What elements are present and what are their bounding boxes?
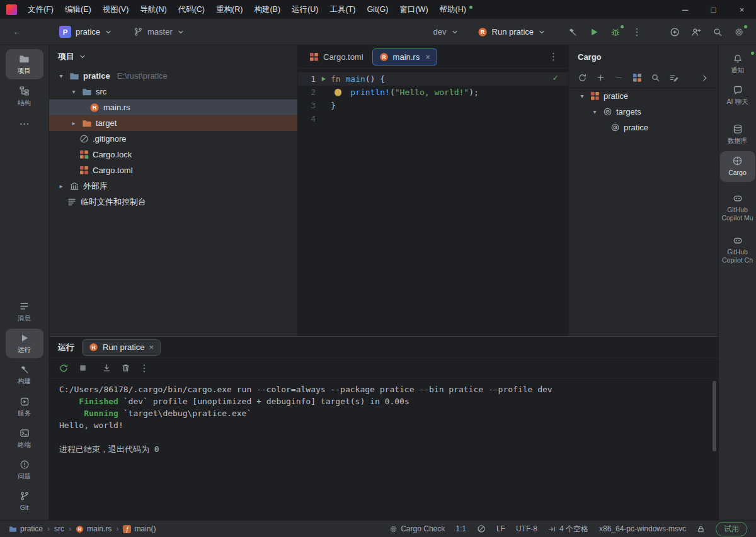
tree-item-main-rs[interactable]: R main.rs [49, 99, 297, 115]
chevron-right-icon[interactable]: ▸ [69, 120, 78, 127]
sidebar-item-run[interactable]: 运行 [6, 329, 43, 358]
sidebar-item-project[interactable]: 项目 [6, 49, 43, 79]
tree-item-scratches[interactable]: 临时文件和控制台 [49, 194, 297, 210]
menu-window[interactable]: 窗口(W) [394, 1, 433, 18]
run-gutter-icon[interactable] [316, 76, 331, 82]
chevron-right-icon[interactable] [697, 71, 713, 86]
maximize-button[interactable]: □ [699, 0, 728, 19]
menu-file[interactable]: 文件(F) [22, 1, 59, 18]
tree-item-gitignore[interactable]: .gitignore [49, 131, 297, 147]
toolchain-widget[interactable]: x86_64-pc-windows-msvc [599, 524, 686, 533]
cargo-tree-item-pratice[interactable]: ▾ pratice [569, 88, 718, 104]
code-editor[interactable]: ✓ 1 fn main() { 2 println!("Hello, world… [298, 69, 568, 336]
sidebar-item-terminal[interactable]: 终端 [6, 424, 43, 453]
menu-edit[interactable]: 编辑(E) [59, 1, 97, 18]
menu-refactor[interactable]: 重构(R) [210, 1, 248, 18]
tab-cargo-toml[interactable]: Cargo.toml [303, 48, 370, 65]
run-button[interactable] [585, 23, 604, 42]
menu-build[interactable]: 构建(B) [248, 1, 286, 18]
sidebar-item-messages[interactable]: 消息 [6, 297, 43, 327]
project-panel-header[interactable]: 项目 [49, 45, 297, 68]
profile-selector[interactable]: dev [428, 23, 464, 42]
menu-navigate[interactable]: 导航(N) [134, 1, 172, 18]
breadcrumb-item[interactable]: pratice [20, 524, 43, 533]
chevron-down-icon[interactable]: ▾ [578, 93, 587, 99]
build-button[interactable] [563, 23, 582, 42]
clear-console-button[interactable] [117, 361, 134, 376]
cargo-tree-item-targets[interactable]: ▾ targets [569, 104, 718, 120]
sidebar-item-copilot-ch[interactable]: GitHub Copilot Ch [720, 231, 755, 269]
code-with-me-button[interactable] [687, 23, 706, 42]
tree-item-project-root[interactable]: ▾ pratice E:\rust\pratice [49, 68, 297, 84]
chevron-down-icon[interactable]: ▾ [57, 72, 66, 79]
menu-code[interactable]: 代码(C) [173, 1, 210, 18]
cargo-check-widget[interactable]: Cargo Check [389, 524, 445, 533]
chevron-right-icon[interactable]: ▸ [57, 183, 66, 189]
sidebar-item-database[interactable]: 数据库 [720, 120, 755, 149]
close-tab-icon[interactable]: × [425, 52, 430, 62]
tab-main-rs[interactable]: R main.rs × [372, 48, 437, 65]
tree-item-src[interactable]: ▾ src [49, 84, 297, 99]
sidebar-item-notifications[interactable]: 通知 [720, 49, 755, 79]
sidebar-item-git[interactable]: Git [6, 487, 43, 516]
project-widget[interactable]: P pratice [54, 23, 117, 42]
sidebar-item-copilot-mu[interactable]: GitHub Copilot Mu [720, 189, 755, 227]
tree-item-cargo-toml[interactable]: Cargo.toml [49, 162, 297, 178]
sidebar-item-problems[interactable]: 问题 [6, 455, 43, 485]
cargo-panel-header[interactable]: Cargo [569, 45, 718, 68]
chevron-down-icon[interactable]: ▾ [69, 88, 78, 95]
caret-position-widget[interactable]: 1:1 [455, 524, 466, 533]
menu-help[interactable]: 帮助(H) [434, 1, 472, 18]
sidebar-item-build[interactable]: 构建 [6, 360, 43, 390]
close-tab-icon[interactable]: × [149, 342, 154, 352]
lock-icon[interactable] [697, 525, 705, 533]
debug-button[interactable] [606, 23, 625, 42]
console-scrollbar[interactable] [713, 381, 716, 451]
inspections-ok-icon[interactable]: ✓ [553, 71, 558, 84]
menu-tools[interactable]: 工具(T) [324, 1, 361, 18]
vcs-branch-widget[interactable]: master [129, 23, 190, 42]
line-separator-widget[interactable]: LF [496, 524, 505, 533]
editor-options-icon[interactable]: ⋮ [544, 51, 563, 62]
menu-view[interactable]: 视图(V) [97, 1, 135, 18]
menu-run[interactable]: 运行(U) [286, 1, 324, 18]
cargo-tree-item-target-pratice[interactable]: pratice [569, 120, 718, 135]
rerun-button[interactable] [55, 361, 72, 376]
search-everywhere-button[interactable] [708, 23, 727, 42]
sidebar-item-ai-chat[interactable]: AI 聊天 [720, 81, 755, 110]
breadcrumb-item[interactable]: src [54, 524, 64, 533]
menu-git[interactable]: Git(G) [361, 2, 394, 17]
edit-configurations-button[interactable] [665, 71, 682, 86]
cargo-targets-icon[interactable] [629, 71, 645, 86]
stop-button[interactable] [74, 361, 91, 376]
intention-bulb-icon[interactable] [335, 89, 341, 96]
sidebar-item-services[interactable]: 服务 [6, 392, 43, 422]
refresh-button[interactable] [574, 71, 590, 86]
trial-badge[interactable]: 试用 [716, 522, 747, 536]
ai-assistant-button[interactable] [665, 23, 684, 42]
breadcrumb-item[interactable]: main() [134, 524, 156, 533]
close-button[interactable]: × [728, 0, 756, 19]
scroll-to-end-button[interactable] [98, 361, 115, 376]
sidebar-item-structure[interactable]: 结构 [6, 81, 43, 111]
minimize-button[interactable]: ─ [671, 0, 699, 19]
breadcrumb-item[interactable]: main.rs [87, 524, 112, 533]
run-panel-title[interactable]: 运行 [58, 342, 74, 353]
tree-item-external-libraries[interactable]: ▸ 外部库 [49, 178, 297, 194]
run-configuration-selector[interactable]: R Run pratice [472, 23, 551, 42]
indent-widget[interactable]: 4 个空格 [548, 524, 588, 534]
sidebar-item-cargo[interactable]: Cargo [720, 151, 755, 181]
chevron-down-icon[interactable]: ▾ [590, 108, 599, 115]
remove-button[interactable] [610, 71, 627, 86]
more-options-icon[interactable]: ⋮ [136, 361, 152, 376]
settings-button[interactable] [730, 23, 748, 42]
highlighting-level-icon[interactable] [477, 524, 486, 533]
run-tab-pratice[interactable]: R Run pratice × [82, 339, 161, 356]
tree-item-target[interactable]: ▸ target [49, 115, 297, 131]
add-button[interactable] [592, 71, 609, 86]
more-tool-windows-button[interactable]: ⋯ [6, 113, 43, 134]
encoding-widget[interactable]: UTF-8 [516, 524, 537, 533]
more-actions-button[interactable]: ⋮ [627, 23, 646, 42]
back-button[interactable]: ← [8, 23, 26, 42]
tree-item-cargo-lock[interactable]: Cargo.lock [49, 147, 297, 162]
